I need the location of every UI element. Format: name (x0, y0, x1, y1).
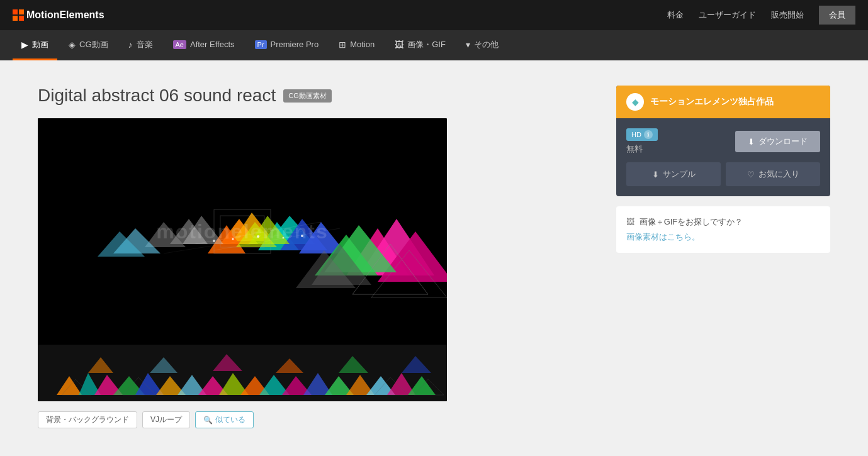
tag-background[interactable]: 背景・バックグラウンド (38, 411, 137, 428)
logo-sq4 (19, 16, 24, 21)
cat-other[interactable]: ▾ その他 (457, 30, 507, 60)
image-file-icon: 🖼 (626, 217, 634, 226)
ae-icon: Ae (173, 40, 186, 49)
download-label: ダウンロード (758, 136, 808, 147)
favorite-button[interactable]: ♡ お気に入り (726, 162, 820, 186)
image-search-text: 🖼 画像＋GIFをお探しですか？ (626, 216, 820, 228)
exclusive-title: モーションエレメンツ独占作品 (650, 96, 774, 108)
cg-icon: ◈ (69, 40, 76, 50)
exclusive-panel: ◆ モーションエレメンツ独占作品 HD ℹ 無料 ⬇ ダウンロード (616, 86, 830, 196)
hd-row: HD ℹ 無料 ⬇ ダウンロード (626, 128, 820, 155)
member-button[interactable]: 会員 (819, 6, 855, 25)
cat-motion-label: Motion (350, 40, 375, 49)
sample-button[interactable]: ⬇ サンプル (626, 162, 721, 186)
video-icon: ▶ (21, 40, 28, 50)
hd-left: HD ℹ 無料 (626, 128, 658, 155)
cat-premiere[interactable]: Pr Premiere Pro (246, 30, 328, 60)
thumbnail-canvas (38, 345, 447, 401)
cat-music[interactable]: ♪ 音楽 (120, 30, 162, 60)
info-icon[interactable]: ℹ (644, 130, 653, 139)
image-search-label: 画像＋GIFをお探しですか？ (640, 217, 743, 226)
image-icon: 🖼 (395, 40, 403, 50)
motion-icon: ⊞ (339, 40, 346, 50)
user-guide-link[interactable]: ユーザーガイド (699, 9, 756, 21)
cat-cg[interactable]: ◈ CG動画 (60, 30, 117, 60)
cat-image-label: 画像・GIF (407, 39, 446, 50)
page-title: Digital abstract 06 sound react CG動画素材 (38, 86, 597, 106)
cat-aftereffects-label: After Effects (190, 40, 235, 49)
cat-video-label: 動画 (32, 39, 48, 50)
logo[interactable]: MotionElements (13, 9, 104, 21)
cat-video[interactable]: ▶ 動画 (13, 30, 57, 60)
cat-motion[interactable]: ⊞ Motion (330, 30, 383, 60)
content-left: Digital abstract 06 sound react CG動画素材 (38, 86, 597, 428)
search-icon: 🔍 (203, 416, 213, 425)
action-row: ⬇ サンプル ♡ お気に入り (626, 162, 820, 186)
hd-badge: HD ℹ (626, 128, 658, 141)
free-text: 無料 (626, 143, 658, 155)
image-search-link[interactable]: 画像素材はこちら。 (626, 231, 820, 243)
download-icon: ⬇ (748, 137, 755, 147)
other-icon: ▾ (466, 40, 470, 50)
cat-other-label: その他 (474, 39, 499, 50)
page-title-text: Digital abstract 06 sound react (38, 86, 276, 106)
svg-point-22 (257, 235, 259, 238)
cat-aftereffects[interactable]: Ae After Effects (164, 30, 244, 60)
top-nav-links: 料金 ユーザーガイド 販売開始 会員 (667, 6, 855, 25)
video-canvas (38, 118, 447, 345)
logo-sq2 (19, 9, 24, 14)
exclusive-header: ◆ モーションエレメンツ独占作品 (616, 86, 830, 118)
content-right: ◆ モーションエレメンツ独占作品 HD ℹ 無料 ⬇ ダウンロード (616, 86, 830, 428)
top-navigation: MotionElements 料金 ユーザーガイド 販売開始 会員 (0, 0, 868, 30)
fav-label: お気に入り (758, 169, 799, 180)
video-thumbnail[interactable] (38, 345, 447, 401)
cat-music-label: 音楽 (137, 39, 153, 50)
image-search-box: 🖼 画像＋GIFをお探しですか？ 画像素材はこちら。 (616, 206, 830, 253)
tag-vjloop[interactable]: VJループ (142, 411, 190, 428)
tag-similar[interactable]: 🔍 似ている (195, 411, 254, 428)
start-selling-link[interactable]: 販売開始 (771, 9, 804, 21)
logo-text: MotionElements (26, 9, 104, 21)
hd-label: HD (631, 131, 641, 138)
music-icon: ♪ (128, 40, 133, 50)
cat-image[interactable]: 🖼 画像・GIF (386, 30, 454, 60)
video-player[interactable]: motionelements (38, 118, 447, 345)
category-navigation: ▶ 動画 ◈ CG動画 ♪ 音楽 Ae After Effects Pr Pre… (0, 30, 868, 60)
main-content: Digital abstract 06 sound react CG動画素材 (0, 60, 868, 453)
diamond-icon: ◆ (626, 93, 644, 111)
logo-icon (13, 9, 24, 21)
cat-premiere-label: Premiere Pro (271, 40, 319, 49)
sample-icon: ⬇ (652, 170, 659, 179)
logo-sq3 (13, 16, 18, 21)
sample-label: サンプル (663, 169, 696, 180)
svg-point-21 (232, 238, 234, 240)
heart-icon: ♡ (747, 170, 755, 179)
video-container: motionelements (38, 118, 447, 401)
logo-sq1 (13, 9, 18, 14)
pricing-link[interactable]: 料金 (667, 9, 684, 21)
download-button[interactable]: ⬇ ダウンロード (735, 131, 820, 152)
cat-cg-label: CG動画 (79, 39, 108, 50)
tags-row: 背景・バックグラウンド VJループ 🔍 似ている (38, 411, 597, 428)
exclusive-body: HD ℹ 無料 ⬇ ダウンロード ⬇ サンプル (616, 118, 830, 196)
tag-similar-label: 似ている (215, 414, 245, 425)
cg-badge: CG動画素材 (283, 89, 332, 103)
pr-icon: Pr (255, 40, 267, 49)
